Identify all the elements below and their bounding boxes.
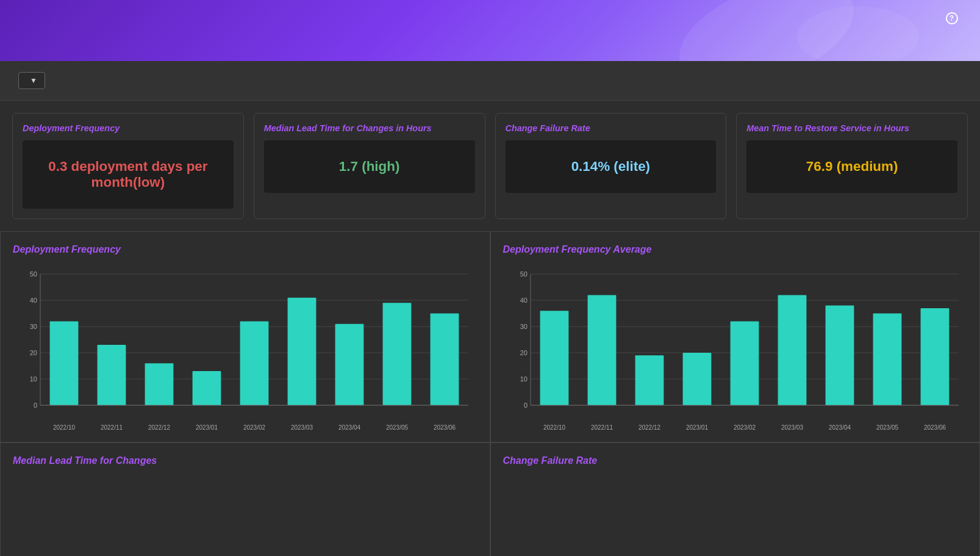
chart-title-change-failure-rate-chart: Change Failure Rate [503,455,968,466]
charts-row-top: Deployment Frequency 010203040502022/102… [0,231,980,442]
svg-rect-24 [335,324,364,405]
svg-rect-26 [383,303,412,405]
metric-title-change-failure-rate: Change Failure Rate [506,123,717,133]
svg-text:2023/05: 2023/05 [876,424,898,431]
svg-text:2023/02: 2023/02 [733,424,756,431]
svg-text:40: 40 [30,297,37,304]
svg-text:20: 20 [30,349,37,356]
svg-text:40: 40 [520,297,527,304]
svg-rect-52 [730,321,759,405]
chart-svg-deployment-frequency-chart: 010203040502022/102022/112022/122023/012… [13,265,477,436]
svg-text:2023/03: 2023/03 [291,424,313,431]
metric-value-mean-time-restore: 76.9 (medium) [746,140,957,193]
svg-text:2022/10: 2022/10 [543,424,565,431]
svg-text:30: 30 [520,323,527,330]
chart-panel-median-lead-time-chart: Median Lead Time for Changes [0,442,490,556]
svg-text:2022/12: 2022/12 [638,424,660,431]
svg-text:30: 30 [30,323,37,330]
charts-section: Deployment Frequency 010203040502022/102… [0,231,980,556]
metric-card-mean-time-restore: Mean Time to Restore Service in Hours 76… [736,113,968,219]
metric-value-deployment-frequency: 0.3 deployment days per month(low) [23,140,234,209]
svg-rect-50 [682,353,711,405]
chart-panel-change-failure-rate-chart: Change Failure Rate [490,442,981,556]
metric-title-mean-time-restore: Mean Time to Restore Service in Hours [746,123,957,133]
header-bg-shape2 [797,6,919,61]
svg-text:2023/03: 2023/03 [781,424,803,431]
svg-text:2022/12: 2022/12 [148,424,171,431]
svg-rect-20 [240,321,269,405]
svg-rect-12 [50,321,79,405]
header: ? [0,0,980,61]
metric-title-deployment-frequency: Deployment Frequency [23,123,234,133]
svg-text:50: 50 [30,270,37,278]
svg-text:2023/04: 2023/04 [828,424,851,431]
chart-container-deployment-frequency-chart: 010203040502022/102022/112022/122023/012… [13,265,477,436]
svg-rect-18 [193,371,221,405]
metric-title-lead-time: Median Lead Time for Changes in Hours [264,123,475,133]
svg-rect-54 [778,295,806,405]
svg-rect-48 [635,355,663,405]
chart-title-median-lead-time-chart: Median Lead Time for Changes [13,455,477,466]
support-icon: ? [946,12,958,24]
svg-rect-46 [587,295,616,405]
chevron-down-icon[interactable]: ▼ [30,76,37,85]
svg-text:2022/11: 2022/11 [590,424,613,431]
charts-row-bottom: Median Lead Time for Changes Change Fail… [0,442,980,556]
chart-title-deployment-frequency-chart: Deployment Frequency [13,244,477,255]
svg-text:2022/10: 2022/10 [53,424,76,431]
svg-text:2023/01: 2023/01 [685,424,708,431]
svg-rect-60 [920,308,949,405]
metrics-row: Deployment Frequency 0.3 deployment days… [0,101,980,231]
svg-text:2022/11: 2022/11 [101,424,123,431]
metric-card-change-failure-rate: Change Failure Rate 0.14% (elite) [495,113,727,219]
chart-container-deployment-frequency-avg-chart: 010203040502022/102022/112022/122023/012… [503,265,968,436]
svg-text:50: 50 [520,270,527,278]
svg-text:2023/06: 2023/06 [434,424,456,431]
metric-card-deployment-frequency: Deployment Frequency 0.3 deployment days… [12,113,244,219]
svg-text:0: 0 [34,402,37,409]
svg-text:0: 0 [523,402,527,409]
svg-rect-44 [540,311,568,405]
metric-value-change-failure-rate: 0.14% (elite) [506,140,717,193]
chart-panel-deployment-frequency-chart: Deployment Frequency 010203040502022/102… [0,231,490,442]
chart-svg-change-failure-rate-chart [503,476,968,556]
svg-text:2023/06: 2023/06 [923,424,946,431]
svg-rect-16 [145,363,174,405]
svg-rect-28 [431,314,459,406]
svg-text:2023/05: 2023/05 [386,424,409,431]
chart-container-change-failure-rate-chart [503,476,968,556]
svg-text:2023/04: 2023/04 [338,424,361,431]
metric-card-lead-time: Median Lead Time for Changes in Hours 1.… [254,113,485,219]
controls-bar: ▼ [0,61,980,101]
svg-rect-56 [825,306,854,405]
svg-text:2023/02: 2023/02 [243,424,266,431]
metric-value-lead-time: 1.7 (high) [264,140,475,193]
svg-text:20: 20 [520,349,527,356]
svg-rect-58 [873,314,901,406]
svg-rect-14 [98,345,126,405]
svg-text:2023/01: 2023/01 [196,424,218,431]
svg-text:10: 10 [30,375,37,383]
support-button[interactable]: ? [946,12,962,24]
chart-title-deployment-frequency-avg-chart: Deployment Frequency Average [503,244,968,255]
svg-rect-22 [288,298,317,405]
chart-svg-median-lead-time-chart [13,476,477,556]
chart-container-median-lead-time-chart [13,476,477,556]
chart-svg-deployment-frequency-avg-chart: 010203040502022/102022/112022/122023/012… [503,265,968,436]
chart-panel-deployment-frequency-avg-chart: Deployment Frequency Average 01020304050… [490,231,981,442]
svg-text:10: 10 [520,375,527,383]
